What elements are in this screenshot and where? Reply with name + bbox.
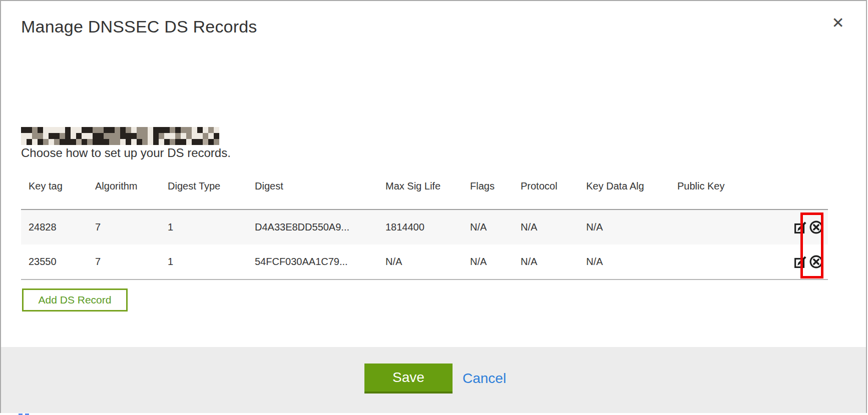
pixelation-block <box>115 127 120 133</box>
pixelation-block <box>203 133 208 139</box>
pixelation-block <box>93 139 98 145</box>
pixelation-block <box>82 133 87 139</box>
cell-flags: N/A <box>463 244 513 280</box>
column-header-digest: Digest <box>247 170 378 210</box>
pixelation-block <box>38 127 43 133</box>
pixelation-block <box>197 127 203 133</box>
pixelation-block <box>131 127 137 133</box>
pixelation-block <box>142 139 148 145</box>
ds-record-row: 2482871D4A33E8DD550A9...1814400N/AN/AN/A <box>21 210 828 244</box>
pixelation-block <box>93 127 98 133</box>
cell-public-key <box>670 244 785 280</box>
pixelation-block <box>109 127 115 133</box>
pixelation-block <box>148 127 153 133</box>
cell-protocol: N/A <box>513 210 579 244</box>
pixelation-block <box>87 127 93 133</box>
pixelation-block <box>87 133 93 139</box>
pixelation-block <box>71 127 76 133</box>
pixelation-block <box>208 139 214 145</box>
background-page-glimpse <box>0 413 868 415</box>
column-header-digest-type: Digest Type <box>160 170 247 210</box>
pixelation-block <box>214 139 219 145</box>
pixelation-block <box>43 139 49 145</box>
pixelation-block <box>76 127 82 133</box>
pixelation-block <box>109 139 115 145</box>
pixelation-block <box>60 133 65 139</box>
cell-digest: 54FCF030AA1C79... <box>247 244 378 280</box>
pixelation-block <box>76 133 82 139</box>
page-title: Manage DNSSEC DS Records <box>21 17 257 36</box>
pixelation-block <box>186 139 192 145</box>
pixelation-block <box>65 127 71 133</box>
pixelation-block <box>49 127 54 133</box>
edit-icon[interactable] <box>793 254 808 269</box>
pixelation-block <box>43 127 49 133</box>
cell-key-tag: 24828 <box>21 210 88 244</box>
pixelation-block <box>115 139 120 145</box>
pixelation-block <box>87 139 93 145</box>
delete-icon[interactable] <box>809 220 823 234</box>
pixelation-block <box>27 133 32 139</box>
pixelation-block <box>21 133 27 139</box>
pixelation-block <box>126 139 131 145</box>
pixelation-block <box>214 127 219 133</box>
pixelation-block <box>104 139 109 145</box>
column-header-key-tag: Key tag <box>21 170 88 210</box>
footer-bar: Save Cancel <box>1 347 866 413</box>
pixelation-block <box>175 127 181 133</box>
cell-algorithm: 7 <box>88 210 160 244</box>
column-header-actions <box>785 170 828 210</box>
pixelation-block <box>98 127 104 133</box>
pixelation-block <box>159 133 164 139</box>
pixelation-block <box>175 133 181 139</box>
pixelation-block <box>153 133 159 139</box>
save-button[interactable]: Save <box>364 364 453 394</box>
pixelation-block <box>27 139 32 145</box>
pixelation-block <box>142 127 148 133</box>
pixelation-block <box>120 139 126 145</box>
pixelation-block <box>203 139 208 145</box>
pixelation-block <box>71 139 76 145</box>
pixelation-block <box>164 127 170 133</box>
pixelation-block <box>181 139 186 145</box>
close-icon[interactable]: ✕ <box>827 13 849 33</box>
pixelation-block <box>54 139 60 145</box>
pixelation-block <box>186 127 192 133</box>
column-header-public-key: Public Key <box>670 170 785 210</box>
pixelation-block <box>32 133 38 139</box>
pixelation-block <box>142 133 148 139</box>
cell-flags: N/A <box>463 210 513 244</box>
pixelation-block <box>21 127 27 133</box>
pixelation-block <box>54 133 60 139</box>
cell-digest-type: 1 <box>160 210 247 244</box>
pixelation-block <box>32 127 38 133</box>
add-ds-record-button[interactable]: Add DS Record <box>22 288 128 312</box>
pixelation-block <box>115 133 120 139</box>
pixelation-block <box>137 139 142 145</box>
pixelation-block <box>208 133 214 139</box>
pixelation-block <box>38 139 43 145</box>
pixelation-block <box>104 127 109 133</box>
column-header-max-sig-life: Max Sig Life <box>378 170 463 210</box>
pixelation-block <box>181 127 186 133</box>
pixelation-block <box>49 133 54 139</box>
pixelation-block <box>197 139 203 145</box>
table-header-row: Key tagAlgorithmDigest TypeDigestMax Sig… <box>21 170 828 210</box>
ds-records-table-wrap: Key tagAlgorithmDigest TypeDigestMax Sig… <box>21 170 828 280</box>
cell-digest-type: 1 <box>160 244 247 280</box>
delete-icon[interactable] <box>809 254 823 269</box>
column-header-key-data-alg: Key Data Alg <box>579 170 670 210</box>
edit-icon[interactable] <box>793 220 808 234</box>
cancel-link[interactable]: Cancel <box>463 370 506 386</box>
ds-records-table: Key tagAlgorithmDigest TypeDigestMax Sig… <box>21 170 828 280</box>
column-header-algorithm: Algorithm <box>88 170 160 210</box>
pixelation-block <box>131 139 137 145</box>
pixelation-block <box>76 139 82 145</box>
pixelation-block <box>43 133 49 139</box>
pixelation-block <box>60 127 65 133</box>
cell-algorithm: 7 <box>88 244 160 280</box>
pixelation-block <box>170 127 175 133</box>
pixelation-block <box>137 127 142 133</box>
pixelation-block <box>38 133 43 139</box>
cell-actions <box>785 210 828 244</box>
